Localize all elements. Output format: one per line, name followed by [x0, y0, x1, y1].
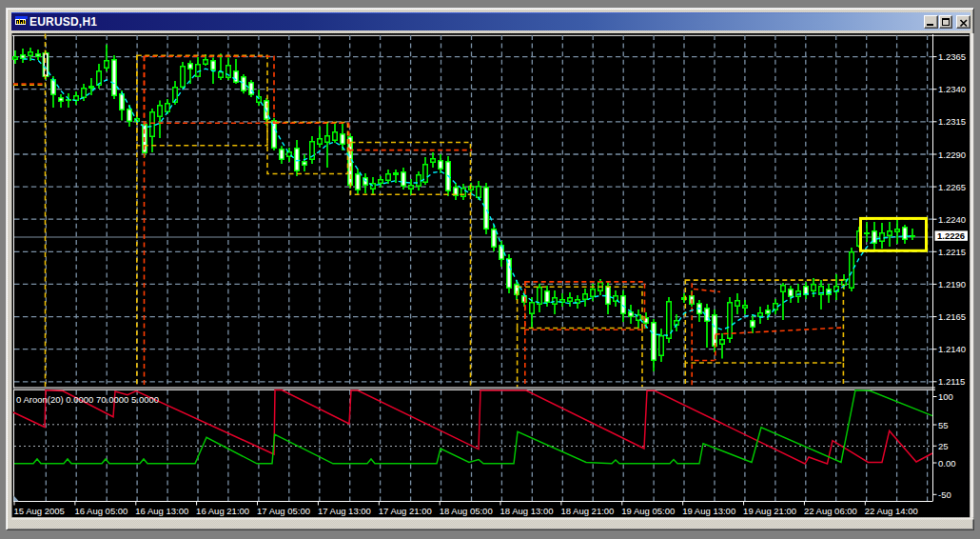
- svg-text:18 Aug 13:00: 18 Aug 13:00: [500, 506, 554, 516]
- svg-text:17 Aug 13:00: 17 Aug 13:00: [318, 506, 371, 516]
- svg-text:1.2340: 1.2340: [938, 84, 966, 94]
- svg-text:1.2315: 1.2315: [938, 116, 966, 127]
- svg-text:1.2215: 1.2215: [938, 247, 966, 257]
- svg-text:18 Aug 05:00: 18 Aug 05:00: [440, 506, 493, 516]
- svg-text:1.2290: 1.2290: [938, 150, 966, 160]
- svg-text:16 Aug 13:00: 16 Aug 13:00: [135, 506, 188, 516]
- svg-text:1.2226: 1.2226: [937, 230, 965, 241]
- svg-text:1.2165: 1.2165: [938, 311, 966, 322]
- svg-text:18 Aug 21:00: 18 Aug 21:00: [560, 506, 614, 516]
- svg-text:19 Aug 21:00: 19 Aug 21:00: [743, 506, 796, 516]
- svg-text:17 Aug 21:00: 17 Aug 21:00: [379, 506, 432, 516]
- svg-text:1.2365: 1.2365: [938, 51, 966, 62]
- svg-text:1.2240: 1.2240: [938, 214, 966, 225]
- svg-text:19 Aug 05:00: 19 Aug 05:00: [621, 506, 675, 516]
- svg-text:0 Aroon(20) 0.0000 70.0000 5.0: 0 Aroon(20) 0.0000 70.0000 5.0000: [16, 394, 159, 405]
- svg-text:25: 25: [938, 441, 949, 451]
- svg-text:1.2190: 1.2190: [938, 279, 966, 289]
- svg-text:15 Aug 2005: 15 Aug 2005: [14, 506, 65, 516]
- svg-text:17 Aug 05:00: 17 Aug 05:00: [257, 506, 310, 516]
- svg-text:-50: -50: [938, 489, 951, 500]
- svg-text:100: 100: [938, 391, 953, 402]
- svg-text:22 Aug 06:00: 22 Aug 06:00: [804, 506, 857, 516]
- svg-text:22 Aug 14:00: 22 Aug 14:00: [865, 506, 918, 516]
- svg-text:16 Aug 21:00: 16 Aug 21:00: [196, 506, 249, 516]
- svg-text:1.2140: 1.2140: [938, 344, 966, 354]
- svg-text:16 Aug 05:00: 16 Aug 05:00: [74, 506, 127, 516]
- svg-text:55: 55: [938, 420, 949, 430]
- svg-text:1.2265: 1.2265: [938, 182, 966, 192]
- svg-text:19 Aug 13:00: 19 Aug 13:00: [682, 506, 735, 516]
- svg-text:1.2115: 1.2115: [938, 376, 965, 387]
- svg-text:0.00: 0.00: [938, 458, 956, 469]
